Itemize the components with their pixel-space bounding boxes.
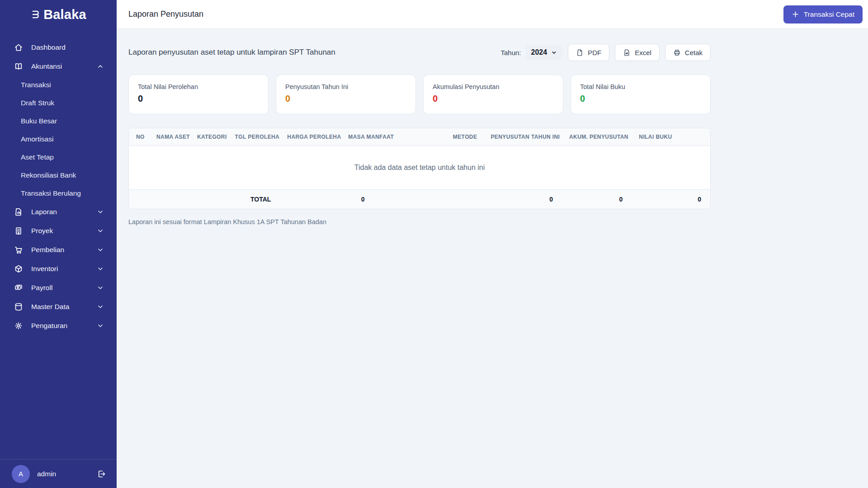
total-penyusutan-tahun-ini: 0 <box>483 190 562 209</box>
year-select-value: 2024 <box>531 48 547 56</box>
document-icon <box>576 49 584 56</box>
topbar: Laporan Penyusutan Transaksi Cepat <box>117 0 868 29</box>
sidebar-subitem-label: Rekonsiliasi Bank <box>21 171 76 179</box>
database-icon <box>14 302 24 312</box>
excel-button-label: Excel <box>635 49 651 56</box>
sidebar-subitem-label: Amortisasi <box>21 135 53 143</box>
sidebar-item-label: Akuntansi <box>31 62 62 70</box>
page-title: Laporan Penyusutan <box>128 9 203 19</box>
logout-icon[interactable] <box>95 468 108 480</box>
sidebar-subitem-rekonsiliasi-bank[interactable]: Rekonsiliasi Bank <box>0 166 117 184</box>
year-select[interactable]: 2024 <box>526 45 563 60</box>
sidebar-item-master-data[interactable]: Master Data <box>0 297 117 316</box>
sidebar-item-pembelian[interactable]: Pembelian <box>0 240 117 259</box>
pdf-button[interactable]: PDF <box>568 44 609 61</box>
col-header-metode: METODE <box>446 128 484 146</box>
sidebar-subitem-transaksi[interactable]: Transaksi <box>0 76 117 94</box>
table-total-row: TOTAL 0 0 0 0 <box>129 190 710 209</box>
report-header-row: Laporan penyusutan aset tetap untuk lamp… <box>128 44 711 61</box>
sidebar-subitem-label: Draft Struk <box>21 99 54 107</box>
col-header-kategori: KATEGORI <box>190 128 228 146</box>
user-name: admin <box>37 470 56 478</box>
card-akumulasi-penyusutan: Akumulasi Penyusutan 0 <box>423 75 563 114</box>
total-nilai-buku: 0 <box>632 190 710 209</box>
plus-icon <box>792 10 799 18</box>
summary-cards: Total Nilai Perolehan 0 Penyusutan Tahun… <box>128 75 711 114</box>
report-controls: Tahun: 2024 PDF <box>500 44 711 61</box>
quick-transaction-label: Transaksi Cepat <box>804 10 854 19</box>
col-header-masa-manfaat: MASA MANFAAT <box>341 128 445 146</box>
sidebar-item-laporan[interactable]: Laporan <box>0 202 117 221</box>
sidebar-subitem-label: Aset Tetap <box>21 153 54 161</box>
sidebar-subitem-aset-tetap[interactable]: Aset Tetap <box>0 148 117 166</box>
report-heading: Laporan penyusutan aset tetap untuk lamp… <box>128 48 335 57</box>
user-bar: A admin <box>0 459 117 488</box>
sidebar-item-label: Dashboard <box>31 43 66 52</box>
chevron-down-icon <box>97 284 104 291</box>
card-penyusutan-tahun-ini: Penyusutan Tahun Ini 0 <box>276 75 416 114</box>
content: Laporan penyusutan aset tetap untuk lamp… <box>117 29 868 240</box>
total-akum-penyusutan: 0 <box>562 190 632 209</box>
sidebar-item-label: Laporan <box>31 208 57 216</box>
card-label: Total Nilai Buku <box>580 83 701 90</box>
excel-button[interactable]: Excel <box>615 44 660 61</box>
card-label: Total Nilai Perolehan <box>138 83 259 90</box>
col-header-akum-penyusutan: AKUM. PENYUSUTAN <box>562 128 632 146</box>
chevron-down-icon <box>97 303 104 310</box>
sidebar-item-akuntansi[interactable]: Akuntansi <box>0 57 117 76</box>
sidebar-item-pengaturan[interactable]: Pengaturan <box>0 316 117 335</box>
col-header-harga-perolehan: HARGA PEROLEHAN <box>280 128 341 146</box>
sidebar-item-label: Inventori <box>31 265 58 273</box>
gear-icon <box>14 321 24 331</box>
sidebar-subitem-transaksi-berulang[interactable]: Transaksi Berulang <box>0 184 117 202</box>
total-harga-perolehan: 0 <box>280 190 445 209</box>
sidebar-item-label: Master Data <box>31 303 69 311</box>
sidebar-subitem-buku-besar[interactable]: Buku Besar <box>0 112 117 130</box>
card-value: 0 <box>580 94 701 104</box>
card-value: 0 <box>433 94 554 104</box>
chevron-down-icon <box>97 322 104 329</box>
sidebar-item-dashboard[interactable]: Dashboard <box>0 38 117 57</box>
col-header-nilai-buku: NILAI BUKU <box>632 128 710 146</box>
depreciation-table: NO NAMA ASET KATEGORI TGL PEROLEHAN HARG… <box>128 128 711 209</box>
sidebar-item-inventori[interactable]: Inventori <box>0 259 117 278</box>
printer-icon <box>673 49 681 56</box>
sidebar-item-payroll[interactable]: Payroll <box>0 278 117 297</box>
sidebar-subitem-label: Buku Besar <box>21 117 57 125</box>
col-header-tgl-perolehan: TGL PEROLEHAN <box>228 128 280 146</box>
home-icon <box>14 42 24 52</box>
avatar: A <box>12 465 30 483</box>
col-header-no: NO <box>129 128 149 146</box>
cube-icon <box>14 264 24 274</box>
report-icon <box>14 207 24 217</box>
card-total-nilai-buku: Total Nilai Buku 0 <box>571 75 711 114</box>
empty-state-message: Tidak ada data aset tetap untuk tahun in… <box>129 146 710 190</box>
total-metode-spacer <box>446 190 484 209</box>
quick-transaction-button[interactable]: Transaksi Cepat <box>783 5 863 23</box>
print-button-label: Cetak <box>685 49 703 56</box>
sidebar-subitem-draft-struk[interactable]: Draft Struk <box>0 94 117 112</box>
card-value: 0 <box>285 94 406 104</box>
balaka-logo-icon <box>30 9 42 20</box>
empty-state-row: Tidak ada data aset tetap untuk tahun in… <box>129 146 710 190</box>
sidebar-item-label: Pengaturan <box>31 322 67 330</box>
col-header-penyusutan-tahun-ini: PENYUSUTAN TAHUN INI <box>483 128 562 146</box>
chevron-down-icon <box>97 246 104 253</box>
report-footnote: Laporan ini sesuai format Lampiran Khusu… <box>128 218 711 225</box>
sidebar-item-label: Payroll <box>31 284 52 292</box>
chevron-up-icon <box>97 63 104 70</box>
total-label: TOTAL <box>129 190 280 209</box>
building-icon <box>14 226 24 236</box>
chevron-down-icon <box>97 227 104 235</box>
main-area: Laporan Penyusutan Transaksi Cepat Lapor… <box>117 0 868 488</box>
cart-icon <box>14 245 24 255</box>
sidebar-item-proyek[interactable]: Proyek <box>0 221 117 240</box>
sidebar-subitem-label: Transaksi <box>21 81 51 89</box>
sidebar-subitem-amortisasi[interactable]: Amortisasi <box>0 130 117 148</box>
sidebar-nav: Dashboard Akuntansi Transaksi Draft Stru… <box>0 29 117 459</box>
sidebar-subitem-label: Transaksi Berulang <box>21 189 81 197</box>
app-logo: Balaka <box>0 0 117 29</box>
chevron-down-icon <box>97 265 104 272</box>
print-button[interactable]: Cetak <box>665 44 711 61</box>
app-name: Balaka <box>43 7 86 22</box>
